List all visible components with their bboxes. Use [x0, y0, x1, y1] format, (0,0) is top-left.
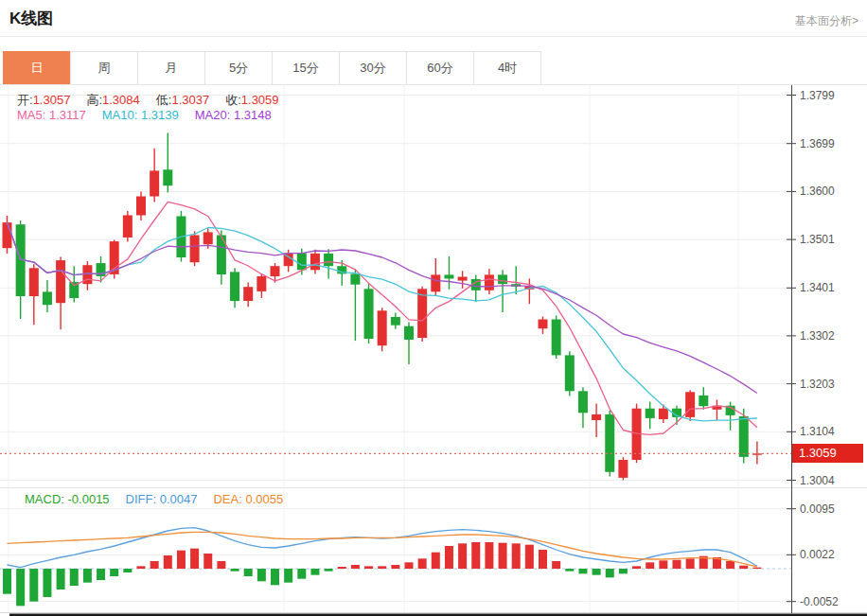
svg-text:1.3799: 1.3799 — [800, 89, 835, 102]
legend-item: MACD: -0.0015 — [25, 492, 110, 506]
kline-widget: K线图 基本面分析> 日周月5分15分30分60分4时 1.37991.3699… — [0, 0, 867, 616]
legend-item: 低:1.3037 — [156, 92, 209, 109]
svg-text:1.3004: 1.3004 — [800, 474, 835, 487]
legend-item: MA20: 1.3148 — [195, 108, 272, 122]
svg-text:1.3302: 1.3302 — [800, 329, 835, 343]
svg-text:1.3600: 1.3600 — [800, 185, 835, 198]
svg-text:1.3401: 1.3401 — [800, 281, 835, 294]
ma-legend: MA5: 1.3117MA10: 1.3139MA20: 1.3148 — [17, 108, 288, 122]
svg-text:1.3203: 1.3203 — [800, 378, 835, 391]
legend-item: MA5: 1.3117 — [17, 108, 86, 122]
svg-text:0.0022: 0.0022 — [800, 548, 835, 561]
price-badge: 1.3059 — [792, 444, 863, 463]
legend-item: MA10: 1.3139 — [102, 108, 179, 122]
ohlc-legend: 开:1.3057高:1.3084低:1.3037收:1.3059 — [17, 92, 295, 109]
legend-item: 高:1.3084 — [86, 92, 139, 109]
legend-item: DIFF: 0.0047 — [126, 492, 198, 506]
svg-text:1.3104: 1.3104 — [800, 425, 835, 438]
svg-text:1.3699: 1.3699 — [800, 137, 835, 150]
svg-text:0.0095: 0.0095 — [800, 502, 835, 516]
svg-text:1.3501: 1.3501 — [800, 233, 835, 246]
legend-item: 开:1.3057 — [17, 92, 70, 109]
macd-legend: MACD: -0.0015DIFF: 0.0047DEA: 0.0055 — [25, 492, 299, 506]
svg-text:-0.0052: -0.0052 — [800, 595, 839, 608]
legend-item: 收:1.3059 — [225, 92, 278, 109]
legend-item: DEA: 0.0055 — [213, 492, 283, 506]
